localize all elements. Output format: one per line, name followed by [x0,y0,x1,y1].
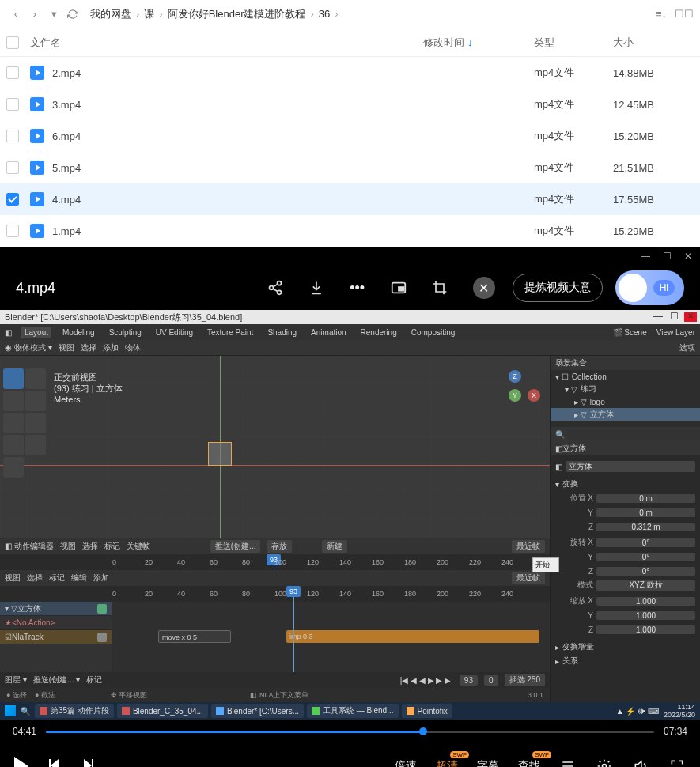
header-menu-item[interactable]: 物体 [125,343,141,352]
volume-icon[interactable] [632,758,649,767]
breadcrumb-item[interactable]: 阿发你好Blender建模进阶教程 [168,7,306,21]
cursor-tool[interactable] [25,368,46,389]
new-action-btn[interactable]: 新建 [322,540,347,553]
search-button[interactable]: 查找SWF [518,759,540,767]
stash-btn[interactable]: 存放 [267,540,292,553]
start-button[interactable] [5,705,16,716]
ai-summarize-button[interactable]: 提炼视频大意 [513,274,603,302]
file-row[interactable]: 5.mp4 mp4文件 21.51MB [0,152,700,183]
bl-min-icon[interactable]: — [653,312,664,322]
sc-z[interactable]: 1.000 [596,625,695,634]
quality-button[interactable]: 超清SWF [436,759,458,767]
header-menu-item[interactable]: 添加 [103,343,119,352]
breadcrumb-item[interactable]: 课 [144,7,154,21]
tl-menu-item[interactable]: 视图 [60,542,76,550]
rot-mode[interactable]: XYZ 欧拉 [596,580,695,591]
speed-button[interactable]: 倍速 [395,759,417,767]
tray-icons[interactable]: ▲ ⚡ 🕪 ⌨ [616,707,659,716]
push-down-btn[interactable]: 推送(创建... [210,540,261,553]
fullscreen-icon[interactable] [668,758,686,767]
annotate-tool[interactable] [3,435,24,455]
crop-icon[interactable] [426,274,454,302]
playback-controls[interactable]: |◀ ◀ ◀ ▶ ▶ ▶| [400,676,453,685]
tl-menu-item[interactable]: 添加 [93,573,109,582]
workspace-tab[interactable]: Rendering [358,327,400,338]
clock[interactable]: 11:142022/5/20 [664,703,695,719]
next-button[interactable] [81,759,95,767]
col-name[interactable]: 文件名 [25,36,423,50]
object-name-field[interactable]: 立方体 [566,461,695,472]
outliner-collection[interactable]: ▾ ☐ Collection [551,370,700,383]
nla-strip-2[interactable]: imp 0 3 [286,630,539,643]
workspace-tab[interactable]: UV Editing [153,327,196,338]
workspace-tab[interactable]: Layout [21,327,51,338]
nav-refresh[interactable] [65,6,81,22]
scale-tool[interactable] [3,413,24,433]
file-row[interactable]: 6.mp4 mp4文件 15.20MB [0,120,700,152]
file-row[interactable]: 2.mp4 mp4文件 14.88MB [0,57,700,89]
header-menu-item[interactable]: 视图 [59,343,74,352]
col-type[interactable]: 类型 [534,36,613,50]
nav-forward[interactable]: › [27,6,43,22]
loc-x[interactable]: 0 m [596,494,695,503]
loc-y[interactable]: 0 m [596,508,695,517]
rot-z[interactable]: 0° [596,567,695,576]
share-icon[interactable] [261,274,289,302]
view-icon[interactable]: ☐☐ [675,8,694,20]
maximize-icon[interactable]: ☐ [663,251,672,262]
tl-menu-item[interactable]: 标记 [104,542,120,550]
outliner-obj1[interactable]: ▾ ▽ 练习 [551,383,700,395]
nav-back[interactable]: ‹ [8,6,24,22]
play-button[interactable] [14,757,28,767]
search-icon[interactable]: 🔍 [21,707,30,716]
bl-max-icon[interactable]: ☐ [668,312,679,322]
rotate-tool[interactable] [25,391,46,411]
tl-menu-item[interactable]: 编辑 [71,573,87,582]
workspace-tab[interactable]: Animation [308,327,349,338]
file-checkbox[interactable] [6,130,19,142]
transform-tool[interactable] [25,413,46,433]
push-label[interactable]: 推送(创建... ▾ [33,674,80,686]
viewport-options[interactable]: 选项 [679,342,695,353]
snap-mode-2[interactable]: 最近帧 [512,572,545,584]
nla-strip-1[interactable]: move x 0 5 [158,630,231,643]
taskbar-item[interactable]: Pointofix [402,704,452,718]
col-time[interactable]: 修改时间↓ [423,36,534,50]
snap-mode[interactable]: 最近帧 [512,540,545,553]
progress-bar[interactable] [46,731,654,733]
file-checkbox[interactable] [6,98,19,111]
taskbar-item[interactable]: 工具系统 — Blend... [307,704,398,718]
sc-y[interactable]: 1.000 [596,611,695,620]
close-ai-icon[interactable]: ✕ [473,277,495,299]
more-icon[interactable]: ••• [343,274,372,302]
rot-x[interactable]: 0° [596,538,695,547]
tl-menu-item[interactable]: 关键帧 [127,542,150,550]
loc-z[interactable]: 0.312 m [596,523,695,531]
download-icon[interactable] [302,274,331,302]
sc-x[interactable]: 1.000 [596,597,695,606]
nla-tracks[interactable]: ▾ ▽ 立方体 ★ <No Action> ☑ NlaTrack move x … [0,602,550,672]
mode-selector[interactable]: ◉ 物体模式 ▾ [5,342,52,353]
frame-start[interactable]: 0 [484,675,498,686]
header-menu-item[interactable]: 选择 [81,343,96,352]
timeline-ruler-2[interactable]: 93 020406080100120140160180200220240 [0,586,550,602]
minimize-icon[interactable]: — [641,251,650,262]
close-icon[interactable]: ✕ [684,251,692,262]
measure-tool[interactable] [25,435,46,455]
file-checkbox[interactable] [6,193,19,206]
tl-menu-item[interactable]: 视图 [5,573,21,582]
settings-icon[interactable] [596,758,613,767]
workspace-tab[interactable]: Modeling [59,327,98,338]
file-checkbox[interactable] [6,225,19,237]
rot-y[interactable]: 0° [596,553,695,561]
file-row[interactable]: 3.mp4 mp4文件 12.45MB [0,89,700,120]
sort-icon[interactable]: ≡↓ [656,8,667,20]
pip-icon[interactable] [384,274,413,302]
timeline-ruler-1[interactable]: 93 020406080100120140160180200220240 [0,554,550,570]
tl-menu-item[interactable]: 标记 [49,573,65,582]
file-checkbox[interactable] [6,161,19,174]
nav-dropdown[interactable]: ▾ [46,6,62,22]
file-checkbox[interactable] [6,66,19,79]
move-tool[interactable] [3,391,24,411]
tl-menu-item[interactable]: 选择 [27,573,43,582]
